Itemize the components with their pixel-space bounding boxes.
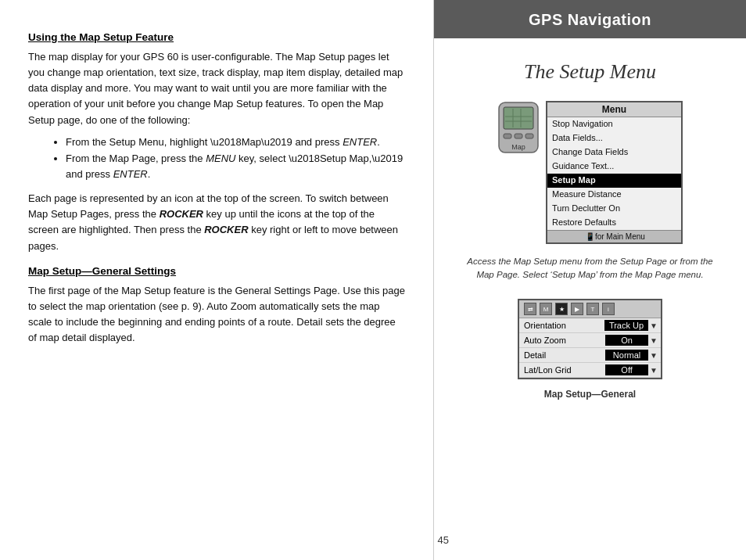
detail-arrow: ▼ [650, 351, 658, 360]
latlon-value: Off [605, 364, 648, 375]
svg-rect-8 [525, 134, 533, 138]
menu-item-stop-nav: Stop Navigation [547, 117, 681, 131]
menu-item-restore-defaults: Restore Defaults [547, 216, 681, 230]
map-setup-row-latlon: Lat/Lon Grid Off ▼ [519, 363, 661, 378]
right-header: GPS Navigation [434, 0, 746, 38]
menu-item-setup-map: Setup Map [547, 174, 681, 188]
setup-menu-title: The Setup Menu [524, 60, 656, 84]
section1-title: Using the Map Setup Feature [28, 31, 405, 43]
map-setup-row-orientation: Orientation Track Up ▼ [519, 318, 661, 333]
gps-device-icon: Map [497, 101, 540, 154]
page-number: 45 [438, 534, 449, 546]
latlon-arrow: ▼ [650, 366, 658, 375]
orientation-label: Orientation [522, 321, 604, 330]
icon-pointer: ▶ [571, 303, 583, 315]
icon-arrows: ⇄ [524, 303, 536, 315]
autozoom-label: Auto Zoom [522, 336, 605, 345]
menu-box-header: Menu [547, 102, 681, 117]
left-panel: Using the Map Setup Feature The map disp… [0, 0, 434, 560]
section1-para1: The map display for your GPS 60 is user-… [28, 49, 405, 128]
menu-box-footer: 📲 for Main Menu [547, 230, 681, 242]
menu-item-data-fields: Data Fields... [547, 131, 681, 145]
detail-value: Normal [605, 350, 648, 361]
device-menu-container: Map Menu Stop Navigation Data Fields... … [497, 101, 683, 244]
section1-para2: Each page is represented by an icon at t… [28, 191, 405, 254]
menu-item-measure-distance: Measure Distance [547, 188, 681, 202]
svg-rect-6 [504, 134, 511, 138]
autozoom-arrow: ▼ [650, 336, 658, 345]
map-setup-row-autozoom: Auto Zoom On ▼ [519, 333, 661, 348]
setup-menu-caption: Access the Map Setup menu from the Setup… [461, 255, 719, 282]
icon-selected: ★ [555, 303, 568, 315]
map-setup-general-box: ⇄ M ★ ▶ T i Orientation Track Up ▼ Auto … [518, 299, 662, 379]
map-setup-row-detail: Detail Normal ▼ [519, 348, 661, 363]
svg-rect-1 [504, 107, 533, 129]
orientation-value: Track Up [604, 320, 648, 331]
bullet-2: From the Map Page, press the MENU key, s… [66, 151, 405, 184]
latlon-label: Lat/Lon Grid [522, 365, 605, 375]
menu-item-guidance-text: Guidance Text... [547, 160, 681, 174]
menu-item-turn-declutter: Turn Declutter On [547, 202, 681, 216]
icon-text: T [586, 303, 599, 315]
detail-label: Detail [522, 350, 605, 360]
right-panel: GPS Navigation The Setup Menu Map Menu S… [434, 0, 746, 560]
map-setup-icons-row: ⇄ M ★ ▶ T i [519, 300, 661, 318]
section1-bullets: From the Setup Menu, highlight \u2018Map… [66, 135, 405, 183]
section2-title: Map Setup—General Settings [28, 265, 405, 277]
bullet-1: From the Setup Menu, highlight \u2018Map… [66, 135, 405, 151]
map-setup-caption: Map Setup—General [544, 389, 636, 400]
orientation-arrow: ▼ [650, 321, 658, 330]
autozoom-value: On [605, 335, 648, 346]
icon-map: M [540, 303, 552, 315]
icon-info: i [602, 303, 615, 315]
section2-para1: The first page of the Map Setup feature … [28, 283, 405, 346]
svg-text:Map: Map [511, 143, 525, 151]
svg-rect-7 [515, 134, 522, 138]
setup-menu-box: Menu Stop Navigation Data Fields... Chan… [546, 101, 683, 244]
menu-item-change-data-fields: Change Data Fields [547, 145, 681, 160]
